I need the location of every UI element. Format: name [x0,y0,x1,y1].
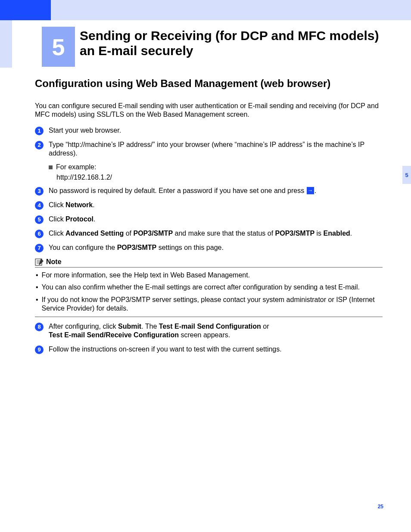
bold-term: POP3/SMTP [117,244,157,251]
note-end-rule [35,317,383,317]
step-text: No password is required by default. Ente… [49,187,383,195]
note-label: Note [46,258,62,266]
example-label: For example: [56,163,96,171]
note-header: Note [35,258,383,268]
step-6: 6 Click Advanced Setting of POP3/SMTP an… [35,229,383,238]
step-badge: 7 [35,244,44,252]
text-fragment: . [350,230,352,237]
step-8: 8 After configuring, click Submit. The T… [35,322,383,340]
header-blue-block [0,0,51,20]
bold-term: Test E-mail Send Configuration [159,323,261,330]
text-fragment: Click [49,201,65,208]
text-fragment: . [93,201,94,208]
text-fragment: No password is required by default. Ente… [49,187,306,194]
step-2-example: For example: [49,163,383,171]
header-light-band [51,0,411,20]
arrow-glyph: → [308,187,313,194]
arrow-submit-icon: → [307,187,314,194]
text-fragment: Click [49,215,65,223]
step-text: You can configure the POP3/SMTP settings… [49,243,383,252]
note-bullet-text: If you do not know the POP3/SMTP server … [42,296,383,313]
bold-term: POP3/SMTP [133,230,173,237]
step-text: Click Network. [49,201,383,209]
step-badge: 2 [35,141,44,149]
text-fragment: settings on this page. [156,244,224,251]
step-1: 1 Start your web browser. [35,126,383,135]
note-bullet-text: For more information, see the Help text … [42,271,250,280]
step-badge: 3 [35,187,44,196]
bold-term: Protocol [65,215,93,223]
note-bullet-2: • You can also confirm whether the E-mai… [35,283,383,292]
note-pencil-icon [35,258,44,266]
text-fragment: . The [141,323,159,330]
page-number: 25 [378,504,383,510]
note-bullet-text: You can also confirm whether the E-mail … [42,283,360,292]
square-bullet-icon [49,165,53,169]
note-bullet-3: • If you do not know the POP3/SMTP serve… [35,296,383,313]
left-accent-stripe [0,20,12,68]
page-content: Configuration using Web Based Management… [35,78,383,359]
step-2: 2 Type “http://machine’s IP address/” in… [35,140,383,158]
step-text: Click Protocol. [49,215,383,224]
intro-paragraph: You can configure secured E-mail sending… [35,102,383,119]
step-text: Follow the instructions on-screen if you… [49,345,383,354]
text-fragment: . [314,187,316,194]
text-fragment: After configuring, click [49,323,118,330]
step-7: 7 You can configure the POP3/SMTP settin… [35,243,383,252]
step-badge: 1 [35,127,44,135]
chapter-number: 5 [52,34,65,60]
step-badge: 6 [35,230,44,238]
step-badge: 8 [35,323,44,331]
step-badge: 4 [35,201,44,210]
section-heading: Configuration using Web Based Management… [35,78,383,90]
bullet-dot: • [36,296,38,313]
step-text: Start your web browser. [49,126,383,135]
bold-term: Advanced Setting [65,230,124,237]
bold-term: Network [65,201,93,208]
note-bullet-1: • For more information, see the Help tex… [35,271,383,280]
step-5: 5 Click Protocol. [35,215,383,224]
text-fragment: You can configure the [49,244,117,251]
text-fragment: is [314,230,323,237]
side-chapter-tab: 5 [402,166,411,184]
text-fragment: and make sure that the status of [173,230,275,237]
step-text: Type “http://machine’s IP address/” into… [49,140,383,158]
bold-term: Enabled [324,230,350,237]
step-text: After configuring, click Submit. The Tes… [49,322,383,340]
step-badge: 5 [35,215,44,224]
side-chapter-tab-label: 5 [405,172,408,178]
bold-term: Test E-mail Send/Receive Configuration [49,331,179,339]
bold-term: POP3/SMTP [275,230,315,237]
step-9: 9 Follow the instructions on-screen if y… [35,345,383,354]
step-3: 3 No password is required by default. En… [35,187,383,196]
step-4: 4 Click Network. [35,201,383,210]
text-fragment: or [261,323,269,330]
step-badge: 9 [35,345,44,354]
chapter-number-box: 5 [42,27,75,67]
text-fragment: of [124,230,133,237]
bullet-dot: • [36,283,38,292]
bullet-dot: • [36,271,38,280]
example-url: http://192.168.1.2/ [56,174,383,181]
text-fragment: . [93,215,95,223]
text-fragment: screen appears. [179,331,230,339]
bold-term: Submit [118,323,141,330]
chapter-title: Sending or Receiving (for DCP and MFC mo… [80,28,381,59]
step-text: Click Advanced Setting of POP3/SMTP and … [49,229,383,238]
text-fragment: Click [49,230,65,237]
